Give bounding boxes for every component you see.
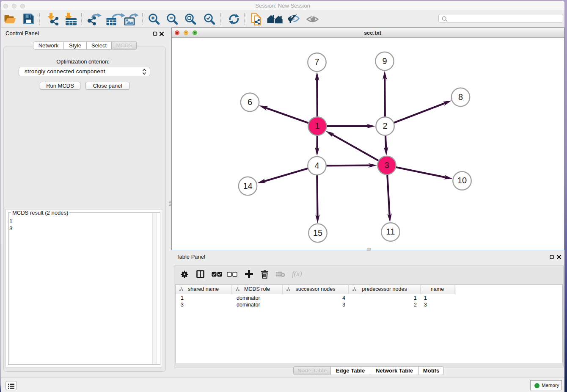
svg-text:6: 6: [248, 97, 252, 107]
svg-text:8: 8: [458, 92, 463, 102]
svg-text:9: 9: [382, 56, 387, 66]
svg-text:14: 14: [243, 181, 252, 190]
svg-text:3: 3: [384, 160, 389, 170]
svg-text:7: 7: [314, 57, 319, 66]
svg-text:11: 11: [386, 227, 395, 236]
svg-text:2: 2: [383, 121, 387, 130]
svg-text:4: 4: [314, 161, 319, 170]
svg-text:15: 15: [313, 228, 322, 237]
svg-text:10: 10: [457, 176, 467, 185]
svg-text:1: 1: [315, 121, 319, 130]
